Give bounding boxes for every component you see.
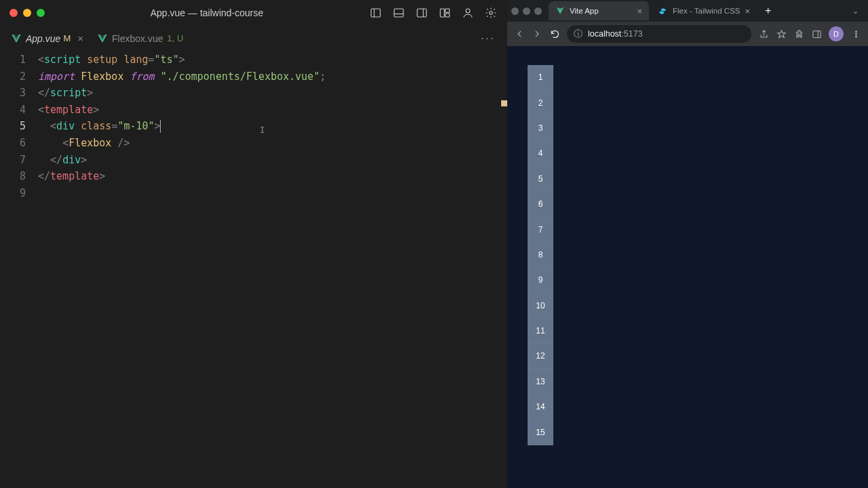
svg-rect-0 <box>371 9 380 17</box>
address-bar[interactable]: ⓘ localhost:5173 <box>567 25 751 43</box>
tailwind-icon <box>658 6 668 16</box>
layout-icon[interactable] <box>438 6 452 20</box>
code-line[interactable] <box>38 185 498 202</box>
editor-cursor <box>160 120 161 133</box>
flex-item: 7 <box>528 217 553 242</box>
code-area[interactable]: I <script setup lang="ts">import Flexbox… <box>38 52 498 488</box>
browser-tab-title: Vite App <box>570 7 632 15</box>
svg-rect-8 <box>446 14 450 17</box>
minimize-window-button[interactable] <box>23 9 31 17</box>
forward-button[interactable] <box>532 28 542 39</box>
code-line[interactable]: <Flexbox /> <box>38 135 498 152</box>
flex-item: 15 <box>528 420 553 445</box>
svg-rect-4 <box>417 9 427 17</box>
flex-item: 12 <box>528 344 553 369</box>
tab-label: App.vue <box>26 33 60 44</box>
code-line[interactable]: <template> <box>38 102 498 119</box>
line-gutter: 123456789 <box>0 52 38 488</box>
svg-point-15 <box>855 36 856 37</box>
close-icon[interactable]: × <box>745 6 751 16</box>
titlebar: App.vue — tailwind-course <box>0 0 507 26</box>
flex-item: 3 <box>528 116 553 141</box>
flex-item: 8 <box>528 243 553 268</box>
browser-tab-title: Flex - Tailwind CSS <box>673 7 741 15</box>
reload-button[interactable] <box>549 28 560 39</box>
window-title: App.vue — tailwind-course <box>45 7 369 18</box>
panel-right-icon[interactable] <box>415 6 429 20</box>
side-panel-icon[interactable] <box>811 28 822 39</box>
text-cursor-icon: I <box>260 122 260 132</box>
svg-rect-11 <box>812 30 820 37</box>
account-icon[interactable] <box>461 6 475 20</box>
tab-git-badge: 1, U <box>167 33 183 43</box>
close-window-button[interactable] <box>9 9 18 17</box>
tab-flexbox-vue[interactable]: Flexbox.vue 1, U <box>90 26 190 51</box>
browser-toolbar: ⓘ localhost:5173 D <box>507 22 868 46</box>
svg-rect-2 <box>394 9 403 17</box>
flexbox-output: 123456789101112131415 <box>528 65 553 445</box>
bookmark-icon[interactable] <box>776 28 787 39</box>
editor-tabs: App.vue M × Flexbox.vue 1, U ··· <box>0 26 507 52</box>
code-line[interactable]: import Flexbox from "./components/Flexbo… <box>38 68 498 85</box>
browser-viewport[interactable]: 123456789101112131415 <box>507 46 868 488</box>
scroll-strip[interactable] <box>498 52 507 488</box>
flex-item: 9 <box>528 268 553 293</box>
flex-item: 4 <box>528 141 553 166</box>
panel-bottom-icon[interactable] <box>392 6 406 20</box>
flex-item: 14 <box>528 394 553 420</box>
flex-item: 11 <box>528 319 553 344</box>
fullscreen-window-button[interactable] <box>37 9 45 17</box>
gear-icon[interactable] <box>484 6 498 20</box>
vscode-window: App.vue — tailwind-course App.vue M × Fl… <box>0 0 507 488</box>
browser-tab-tailwind[interactable]: Flex - Tailwind CSS × <box>652 1 757 20</box>
browser-tabstrip: Vite App × Flex - Tailwind CSS × + ⌄ <box>507 0 868 22</box>
scroll-marker <box>501 100 507 106</box>
close-icon[interactable]: × <box>77 33 83 44</box>
flex-item: 5 <box>528 167 553 192</box>
code-line[interactable]: <script setup lang="ts"> <box>38 52 498 68</box>
titlebar-icons <box>369 6 498 20</box>
share-icon[interactable] <box>758 28 769 39</box>
chevron-down-icon[interactable]: ⌄ <box>852 7 864 16</box>
svg-rect-7 <box>446 9 450 12</box>
tab-modified-badge: M <box>63 33 71 43</box>
svg-rect-6 <box>440 9 444 17</box>
new-tab-button[interactable]: + <box>760 5 776 17</box>
code-line[interactable]: </template> <box>38 168 498 185</box>
browser-tab-vite[interactable]: Vite App × <box>549 1 649 20</box>
flex-item: 1 <box>528 65 553 90</box>
tab-more-button[interactable]: ··· <box>481 31 507 45</box>
browser-close-button[interactable] <box>511 7 519 15</box>
traffic-lights <box>9 9 45 17</box>
vue-logo-icon <box>97 33 108 44</box>
browser-minimize-button[interactable] <box>523 7 530 15</box>
svg-point-14 <box>855 33 856 35</box>
code-line[interactable]: </script> <box>38 85 498 102</box>
browser-traffic-lights <box>511 7 542 15</box>
site-info-icon[interactable]: ⓘ <box>574 28 583 40</box>
vue-logo-icon <box>11 33 22 44</box>
svg-point-13 <box>855 30 856 32</box>
url-port: :5173 <box>621 29 642 39</box>
code-line[interactable]: <div class="m-10"> <box>38 118 498 135</box>
panel-left-icon[interactable] <box>369 6 382 20</box>
tab-label: Flexbox.vue <box>112 33 163 44</box>
tab-app-vue[interactable]: App.vue M × <box>4 26 90 51</box>
url-host: localhost <box>588 29 621 39</box>
browser-window: Vite App × Flex - Tailwind CSS × + ⌄ ⓘ l… <box>507 0 868 488</box>
vite-icon <box>555 6 565 16</box>
flex-item: 6 <box>528 192 553 217</box>
close-icon[interactable]: × <box>637 6 642 16</box>
menu-icon[interactable] <box>850 28 861 39</box>
flex-item: 13 <box>528 369 553 394</box>
svg-point-10 <box>490 12 493 15</box>
browser-fullscreen-button[interactable] <box>534 7 542 15</box>
flex-item: 10 <box>528 293 553 319</box>
flex-item: 2 <box>528 90 553 115</box>
back-button[interactable] <box>514 28 525 39</box>
profile-avatar[interactable]: D <box>829 26 844 41</box>
extensions-icon[interactable] <box>793 28 804 39</box>
code-line[interactable]: </div> <box>38 152 498 169</box>
svg-point-9 <box>466 9 470 13</box>
code-editor[interactable]: 123456789 I <script setup lang="ts">impo… <box>0 52 507 488</box>
